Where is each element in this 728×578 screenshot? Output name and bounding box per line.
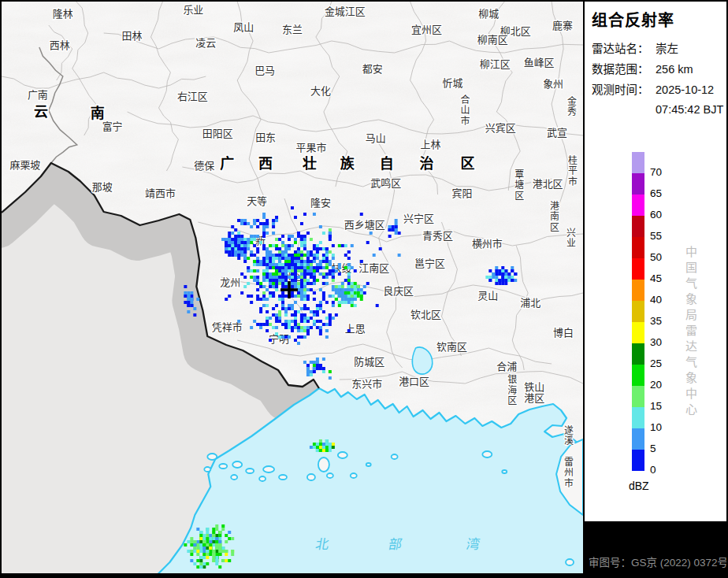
echo-pixel <box>284 272 288 276</box>
echo-pixel <box>319 446 322 449</box>
echo-pixel <box>297 276 300 279</box>
map-label: 金城江区 <box>325 6 366 17</box>
echo-pixel <box>275 285 278 288</box>
legend-swatch <box>632 280 644 301</box>
echo-pixel <box>209 540 212 543</box>
approval-bar: 审图号：GS京 (2022) 0372号 <box>585 521 726 576</box>
echo-pixel <box>347 295 351 298</box>
echo-pixel <box>250 241 253 244</box>
echo-pixel <box>259 298 262 301</box>
echo-pixel <box>329 250 332 254</box>
echo-pixel <box>310 272 313 276</box>
echo-pixel <box>351 304 354 307</box>
province-name-char: 云 <box>34 104 48 120</box>
echo-pixel <box>373 254 376 257</box>
echo-pixel <box>202 547 206 550</box>
echo-pixel <box>196 298 199 301</box>
echo-pixel <box>250 238 253 241</box>
echo-pixel <box>281 295 284 298</box>
echo-pixel <box>199 550 202 553</box>
map-label-vertical: 金 <box>567 95 577 107</box>
echo-pixel <box>269 276 272 279</box>
echo-pixel <box>313 282 316 285</box>
echo-pixel <box>395 232 398 235</box>
echo-pixel <box>291 272 294 276</box>
echo-pixel <box>275 216 278 219</box>
echo-pixel <box>303 241 306 244</box>
echo-pixel <box>275 304 278 307</box>
echo-pixel <box>228 537 231 540</box>
echo-pixel <box>234 241 237 244</box>
echo-pixel <box>303 266 306 269</box>
echo-pixel <box>291 266 294 269</box>
echo-pixel <box>388 228 392 232</box>
echo-pixel <box>329 443 332 446</box>
echo-pixel <box>319 329 322 332</box>
echo-pixel <box>488 279 492 282</box>
echo-pixel <box>363 285 366 288</box>
echo-pixel <box>354 288 357 291</box>
province-name-char: 壮 <box>303 155 317 172</box>
echo-pixel <box>266 225 269 228</box>
echo-pixel <box>231 250 234 254</box>
echo-pixel <box>341 288 344 291</box>
echo-pixel <box>266 323 269 326</box>
echo-pixel <box>303 244 306 247</box>
echo-pixel <box>272 313 275 317</box>
island <box>566 559 574 565</box>
echo-pixel <box>237 257 240 260</box>
echo-pixel <box>272 276 275 279</box>
echo-pixel <box>370 232 373 235</box>
echo-pixel <box>253 235 256 238</box>
map-label-vertical: 区 <box>507 395 517 406</box>
echo-pixel <box>316 304 319 307</box>
map-label: 田林 <box>122 30 143 42</box>
echo-pixel <box>294 313 297 317</box>
echo-pixel <box>294 238 297 241</box>
map-label-vertical: 兴 <box>566 228 576 239</box>
echo-pixel <box>281 235 284 238</box>
echo-pixel <box>272 295 275 298</box>
echo-pixel <box>288 260 291 263</box>
echo-pixel <box>288 323 291 326</box>
echo-pixel <box>275 279 278 282</box>
map-label-vertical: 南 <box>550 210 559 222</box>
map-label-vertical: 溪 <box>564 435 574 446</box>
echo-pixel <box>266 254 269 257</box>
echo-pixel <box>366 241 370 244</box>
echo-pixel <box>288 235 291 238</box>
echo-pixel <box>347 250 351 254</box>
echo-pixel <box>206 528 209 531</box>
echo-pixel <box>313 257 316 260</box>
echo-pixel <box>231 550 234 553</box>
echo-pixel <box>247 241 250 244</box>
legend-tick: 20 <box>650 379 662 391</box>
echo-pixel <box>284 266 288 269</box>
legend-swatch <box>632 450 644 471</box>
echo-pixel <box>329 260 332 263</box>
echo-pixel <box>329 376 332 380</box>
echo-pixel <box>313 260 316 263</box>
echo-pixel <box>272 260 275 263</box>
echo-pixel <box>291 206 294 209</box>
island <box>259 476 266 481</box>
product-title: 组合反射率 <box>585 2 726 31</box>
map-label: 防城区 <box>354 356 384 368</box>
echo-pixel <box>316 446 319 449</box>
island <box>351 473 357 478</box>
echo-pixel <box>341 282 344 285</box>
echo-pixel <box>237 241 240 244</box>
echo-pixel <box>306 260 310 263</box>
map-label-vertical: 平 <box>568 165 578 176</box>
map-label: 德保 <box>194 160 214 172</box>
echo-pixel <box>294 241 297 244</box>
echo-pixel <box>250 250 253 254</box>
echo-pixel <box>332 288 335 291</box>
echo-pixel <box>202 543 206 547</box>
echo-pixel <box>262 228 266 232</box>
echo-pixel <box>319 439 322 443</box>
legend-tick: 60 <box>650 209 662 220</box>
echo-pixel <box>212 556 215 559</box>
echo-pixel <box>228 247 231 250</box>
echo-pixel <box>199 537 202 540</box>
